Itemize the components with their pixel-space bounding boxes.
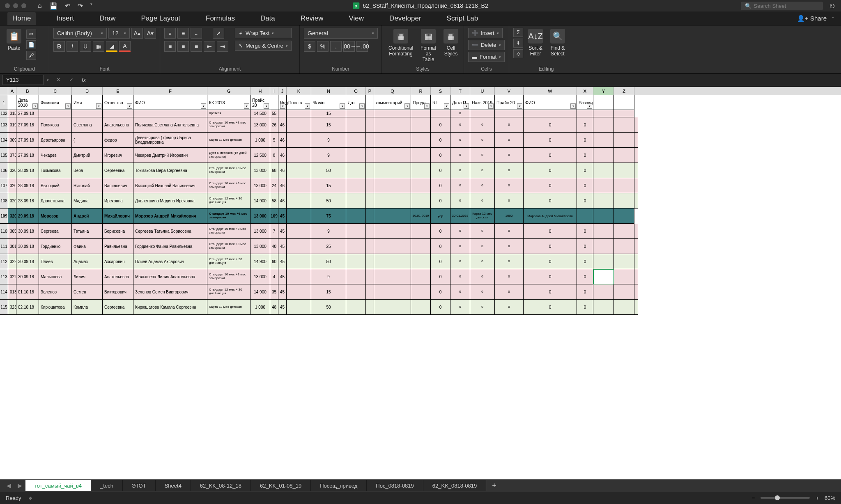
col-header[interactable]: Y xyxy=(593,87,614,95)
cell[interactable]: 30.09.18 xyxy=(16,269,39,284)
comma-icon[interactable]: , xyxy=(330,41,342,52)
cell[interactable] xyxy=(133,110,207,117)
filter-dropdown-icon[interactable]: ▾ xyxy=(488,103,494,109)
filter-dropdown-icon[interactable]: ▾ xyxy=(244,103,249,109)
cancel-formula-icon[interactable]: ✕ xyxy=(52,77,65,83)
increase-decimal-icon[interactable]: .00→ xyxy=(343,41,355,52)
cell[interactable]: 0 xyxy=(450,300,470,315)
cell[interactable] xyxy=(614,163,634,178)
cell[interactable] xyxy=(374,254,411,269)
cell[interactable] xyxy=(593,178,614,193)
cell[interactable]: 0 xyxy=(431,300,450,315)
cell[interactable] xyxy=(593,224,614,239)
cell[interactable]: 13 000 xyxy=(250,239,270,254)
font-color-button[interactable]: A xyxy=(119,41,131,52)
col-header[interactable]: U xyxy=(470,87,495,95)
cell[interactable]: 9 xyxy=(311,148,346,163)
cell[interactable] xyxy=(593,163,614,178)
cell[interactable] xyxy=(411,148,431,163)
filter-header[interactable]: Посл в▾ xyxy=(287,95,311,110)
cell[interactable]: Равильевна xyxy=(103,239,133,254)
cell[interactable]: Гордиенко xyxy=(39,239,72,254)
cell[interactable]: 3235 xyxy=(8,300,16,315)
cell[interactable]: Михайлович xyxy=(103,208,133,224)
window-controls[interactable] xyxy=(5,3,26,8)
cell[interactable]: 0 xyxy=(524,239,577,254)
cell[interactable]: 55 xyxy=(270,110,278,117)
worksheet-tab[interactable]: тот_самый_чай_в4 xyxy=(25,480,91,491)
cell[interactable] xyxy=(287,239,311,254)
cell[interactable]: 0 xyxy=(495,254,524,269)
cell[interactable] xyxy=(614,110,634,117)
cell[interactable]: 0 xyxy=(450,117,470,133)
cell[interactable]: 0 xyxy=(431,178,450,193)
cell[interactable]: 0 xyxy=(577,254,593,269)
cell[interactable] xyxy=(411,284,431,300)
decrease-font-icon[interactable]: A▾ xyxy=(145,28,156,39)
cell[interactable] xyxy=(634,178,638,193)
col-header[interactable] xyxy=(0,87,8,95)
filter-header[interactable]: ФИО▾ xyxy=(133,95,207,110)
cell[interactable] xyxy=(346,300,366,315)
filter-header[interactable]: Дат▾ xyxy=(346,95,366,110)
row-header[interactable]: 113 xyxy=(0,269,8,284)
cell[interactable]: 46 xyxy=(278,193,287,208)
row-header[interactable]: 115 xyxy=(0,300,8,315)
col-header[interactable]: D xyxy=(72,87,103,95)
cell[interactable] xyxy=(72,110,103,117)
cell[interactable] xyxy=(593,208,614,224)
cell[interactable] xyxy=(593,269,614,284)
col-header[interactable]: C xyxy=(39,87,72,95)
cell[interactable] xyxy=(593,254,614,269)
cell[interactable] xyxy=(346,254,366,269)
format-as-table-button[interactable]: ▦Format as Table xyxy=(418,28,439,63)
cell[interactable]: 0 xyxy=(431,163,450,178)
cell[interactable]: Карта 12 мес детская xyxy=(207,300,250,315)
cell[interactable]: 0 xyxy=(524,269,577,284)
filter-dropdown-icon[interactable]: ▾ xyxy=(404,103,410,109)
share-button[interactable]: 👤+ Share xyxy=(797,15,827,22)
worksheet-tab[interactable]: 62_KK_0818-0819 xyxy=(423,480,486,491)
cell[interactable]: 3198 xyxy=(8,117,16,133)
cell[interactable] xyxy=(411,110,431,117)
cell[interactable] xyxy=(374,300,411,315)
cell[interactable]: 0 xyxy=(524,133,577,148)
cell[interactable]: 0 xyxy=(431,284,450,300)
cell[interactable] xyxy=(374,284,411,300)
cell[interactable]: 26 xyxy=(270,117,278,133)
row-header[interactable]: 112 xyxy=(0,254,8,269)
cell[interactable]: Игоревич xyxy=(103,148,133,163)
col-header[interactable]: J xyxy=(278,87,287,95)
cell[interactable] xyxy=(374,239,411,254)
cell[interactable] xyxy=(366,163,374,178)
col-header[interactable]: X xyxy=(577,87,593,95)
cell[interactable]: 58 xyxy=(270,193,278,208)
col-header[interactable]: V xyxy=(495,87,524,95)
cell[interactable]: Гордиенко Фаина Равильевна xyxy=(133,239,207,254)
cell[interactable] xyxy=(634,269,638,284)
cell[interactable]: 30.09.18 xyxy=(16,239,39,254)
filter-dropdown-icon[interactable]: ▾ xyxy=(201,103,206,109)
cell[interactable]: 3204 xyxy=(8,178,16,193)
cell[interactable] xyxy=(366,208,374,224)
col-header[interactable]: Z xyxy=(614,87,634,95)
cell[interactable]: 0 xyxy=(495,133,524,148)
cell[interactable]: 0 xyxy=(524,300,577,315)
col-header[interactable]: H xyxy=(250,87,270,95)
cell[interactable]: 1 000 xyxy=(250,300,270,315)
cell[interactable]: 0 xyxy=(524,117,577,133)
cell[interactable] xyxy=(411,254,431,269)
cell[interactable]: Викторович xyxy=(103,284,133,300)
italic-button[interactable]: I xyxy=(67,41,78,52)
font-name-select[interactable]: Calibri (Body)▾ xyxy=(53,28,107,39)
cell[interactable]: 15 xyxy=(311,110,346,117)
cell[interactable]: 0 xyxy=(470,117,495,133)
qat-more-icon[interactable]: ▾ xyxy=(90,2,92,10)
cell[interactable]: 0 xyxy=(577,178,593,193)
maximize-icon[interactable] xyxy=(21,3,26,8)
close-icon[interactable] xyxy=(5,3,10,8)
cell[interactable] xyxy=(577,208,593,224)
align-bottom-icon[interactable]: ⌄ xyxy=(191,28,202,39)
cell[interactable]: 0 xyxy=(450,239,470,254)
filter-header[interactable]: Дата П▾ xyxy=(450,95,470,110)
